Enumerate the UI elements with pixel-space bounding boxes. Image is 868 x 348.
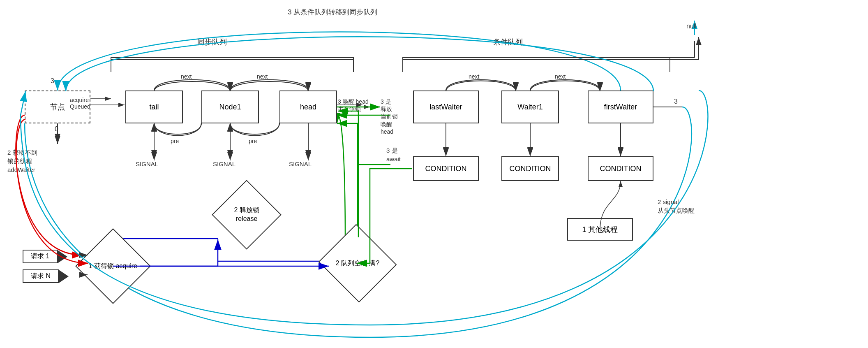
acquire-queued-label: acquire Queued [70, 97, 90, 110]
release-head-label: 3 是释放当前锁唤醒head [381, 98, 398, 135]
node-dashed-label: 节点 [50, 102, 65, 112]
other-thread-label: 1 其他线程 [582, 225, 618, 234]
top-arc-label: 3 从条件队列转移到同步队列 [288, 7, 377, 17]
head-label: head [300, 103, 316, 111]
next-tail-node1-label: next [181, 73, 192, 80]
signal-tail-label: SIGNAL [136, 160, 158, 167]
last-waiter-label: lastWaiter [429, 103, 462, 111]
request1-arrowhead [58, 250, 67, 263]
next-w1-first-label: next [555, 73, 566, 80]
sync-3-label: 3 [51, 77, 54, 85]
pre-node1-tail-label: pre [171, 138, 179, 144]
waiter1-label: Waiter1 [517, 103, 542, 111]
cond-3-label: 3 [674, 98, 678, 105]
condition-first-box: CONDITION [588, 156, 653, 181]
condition-waiter1-label: CONDITION [510, 165, 551, 173]
first-waiter-node: firstWaiter [588, 90, 653, 123]
requestN-arrowhead [59, 270, 69, 283]
next-node1-head-label: next [257, 73, 268, 80]
requestN-label: 请求 N [23, 269, 59, 283]
waiter1-node: Waiter1 [501, 90, 559, 123]
condition-last-box: CONDITION [413, 156, 479, 181]
node1-node: Node1 [201, 90, 259, 123]
acquire-label: 1 获得锁 acquire [89, 262, 137, 271]
request1-arrow: 请求 1 [23, 250, 67, 263]
signal-head-label: SIGNAL [289, 160, 312, 167]
signal-node1-label: SIGNAL [213, 160, 235, 167]
node1-label: Node1 [219, 103, 241, 111]
next-last-w1-label: next [469, 73, 479, 80]
other-thread-box: 1 其他线程 [567, 218, 633, 241]
tail-label: tail [149, 103, 159, 111]
queue-check-label: 2 队列空或 满? [336, 259, 380, 268]
condition-first-label: CONDITION [600, 165, 642, 173]
condition-last-label: CONDITION [425, 165, 467, 173]
last-waiter-node: lastWaiter [413, 90, 479, 123]
tail-node: tail [125, 90, 183, 123]
wake-label: 3 唤醒 head去竞争锁 [338, 98, 369, 113]
node-0-label: 0 [55, 125, 58, 133]
signal-from-head-label: 2 signal从头节点唤醒 [658, 197, 695, 215]
condition-waiter1-box: CONDITION [501, 156, 559, 181]
sync-queue-label: 同步队列 [197, 37, 227, 47]
requestN-arrow: 请求 N [23, 269, 69, 283]
await-label: 3 是await [386, 146, 401, 163]
release-label: 2 释放锁 release [223, 206, 270, 223]
head-node: head [279, 90, 337, 123]
request1-label: 请求 1 [23, 250, 58, 263]
first-waiter-label: firstWaiter [604, 103, 637, 111]
condition-queue-label: 条件队列 [493, 37, 523, 47]
thread2-label: 2 获取不到锁的线程addWaiter [7, 148, 37, 174]
pre-head-node1-label: pre [249, 138, 257, 144]
null-label: null [686, 23, 697, 30]
